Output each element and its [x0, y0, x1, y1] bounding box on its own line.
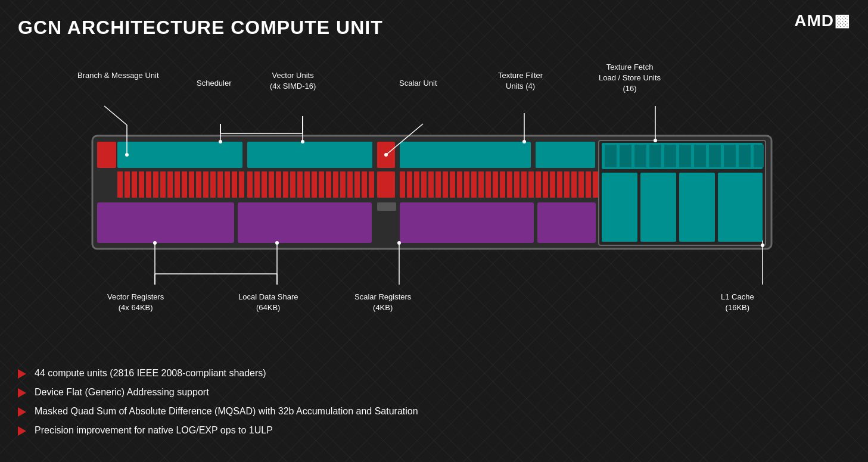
svg-rect-57: [326, 171, 331, 198]
svg-rect-7: [396, 142, 399, 168]
svg-rect-84: [536, 171, 541, 198]
svg-rect-0: [92, 136, 771, 249]
svg-rect-69: [428, 171, 434, 198]
svg-rect-62: [362, 171, 367, 198]
svg-rect-13: [605, 145, 617, 167]
svg-point-118: [397, 241, 401, 245]
bullet-triangle-2: [18, 388, 26, 398]
svg-rect-83: [528, 171, 534, 198]
svg-rect-48: [262, 171, 267, 198]
svg-rect-47: [254, 171, 260, 198]
label-scheduler: Scheduler: [197, 78, 232, 89]
svg-rect-4: [247, 142, 372, 168]
svg-rect-41: [210, 171, 216, 198]
svg-rect-53: [297, 171, 303, 198]
svg-rect-44: [232, 171, 237, 198]
svg-rect-77: [486, 171, 491, 198]
svg-rect-89: [571, 171, 577, 198]
svg-rect-91: [586, 171, 591, 198]
label-local-data: Local Data Share(64KB): [238, 292, 298, 313]
svg-rect-35: [167, 171, 173, 198]
svg-rect-34: [160, 171, 166, 198]
svg-rect-59: [340, 171, 346, 198]
svg-rect-76: [478, 171, 484, 198]
svg-rect-67: [414, 171, 419, 198]
amd-logo: AMD▩: [794, 11, 850, 30]
svg-rect-3: [244, 142, 246, 168]
svg-rect-56: [319, 171, 324, 198]
svg-rect-92: [593, 171, 598, 198]
svg-rect-50: [276, 171, 281, 198]
svg-rect-15: [634, 145, 646, 167]
svg-rect-80: [507, 171, 512, 198]
svg-point-102: [219, 140, 222, 143]
svg-rect-72: [450, 171, 455, 198]
svg-rect-18: [679, 145, 691, 167]
svg-rect-42: [217, 171, 223, 198]
svg-rect-70: [435, 171, 441, 198]
svg-rect-90: [578, 171, 584, 198]
svg-rect-46: [247, 171, 253, 198]
svg-line-100: [104, 106, 127, 125]
svg-rect-66: [407, 171, 412, 198]
svg-rect-21: [724, 145, 736, 167]
svg-rect-68: [421, 171, 427, 198]
bullet-1: 44 compute units (2816 IEEE 2008-complia…: [18, 368, 850, 379]
svg-rect-39: [196, 171, 201, 198]
svg-rect-12: [602, 143, 763, 169]
svg-rect-93: [97, 202, 234, 243]
label-scalar-unit: Scalar Unit: [399, 78, 437, 89]
svg-rect-28: [117, 171, 123, 198]
svg-rect-40: [203, 171, 209, 198]
svg-rect-22: [739, 145, 751, 167]
page-title: GCN ARCHITECTURE COMPUTE UNIT: [18, 17, 383, 39]
svg-rect-23: [754, 145, 764, 167]
svg-rect-31: [139, 171, 144, 198]
svg-rect-71: [443, 171, 448, 198]
svg-rect-75: [471, 171, 477, 198]
svg-rect-51: [283, 171, 288, 198]
label-texture-filter: Texture FilterUnits (4): [498, 70, 543, 92]
svg-rect-16: [649, 145, 661, 167]
svg-rect-26: [679, 173, 715, 242]
label-vector-units: Vector Units(4x SIMD-16): [270, 70, 316, 92]
bullet-triangle-3: [18, 407, 26, 417]
svg-point-116: [275, 241, 279, 245]
svg-point-112: [761, 244, 764, 247]
svg-point-99: [125, 153, 129, 157]
bullet-triangle-1: [18, 369, 26, 379]
svg-rect-19: [694, 145, 706, 167]
svg-rect-32: [146, 171, 151, 198]
svg-rect-24: [602, 173, 637, 242]
svg-rect-79: [500, 171, 505, 198]
svg-point-108: [522, 140, 526, 143]
svg-rect-27: [718, 173, 763, 242]
svg-rect-63: [369, 171, 374, 198]
svg-rect-45: [239, 171, 244, 198]
svg-rect-10: [536, 142, 595, 168]
svg-rect-29: [125, 171, 130, 198]
svg-point-110: [654, 139, 657, 142]
svg-rect-96: [400, 202, 534, 243]
svg-rect-78: [493, 171, 498, 198]
svg-point-104: [301, 140, 304, 143]
svg-rect-64: [377, 171, 395, 198]
bullets-section: 44 compute units (2816 IEEE 2008-complia…: [18, 368, 850, 444]
svg-rect-88: [564, 171, 570, 198]
bullet-2: Device Flat (Generic) Addressing support: [18, 387, 850, 398]
svg-rect-37: [182, 171, 187, 198]
svg-rect-49: [269, 171, 274, 198]
bullet-3: Masked Quad Sum of Absolute Difference (…: [18, 406, 850, 417]
svg-rect-87: [557, 171, 562, 198]
svg-rect-1: [97, 142, 116, 168]
svg-rect-58: [333, 171, 338, 198]
svg-rect-14: [620, 145, 631, 167]
svg-rect-94: [238, 202, 372, 243]
svg-rect-33: [153, 171, 158, 198]
label-scalar-regs: Scalar Registers(4KB): [354, 292, 411, 313]
svg-rect-61: [354, 171, 360, 198]
svg-rect-54: [304, 171, 310, 198]
bullet-4: Precision improvement for native LOG/EXP…: [18, 425, 850, 436]
svg-rect-11: [599, 141, 766, 245]
svg-line-105: [386, 124, 423, 155]
